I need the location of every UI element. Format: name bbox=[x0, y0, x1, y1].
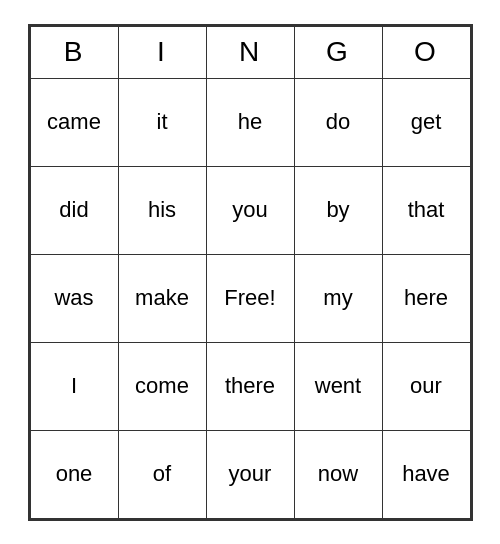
table-cell: now bbox=[294, 430, 382, 518]
table-cell: come bbox=[118, 342, 206, 430]
table-cell: do bbox=[294, 78, 382, 166]
table-cell: there bbox=[206, 342, 294, 430]
header-row: BINGO bbox=[30, 26, 470, 78]
header-cell-n: N bbox=[206, 26, 294, 78]
table-cell: here bbox=[382, 254, 470, 342]
table-cell: by bbox=[294, 166, 382, 254]
table-cell: was bbox=[30, 254, 118, 342]
header-cell-o: O bbox=[382, 26, 470, 78]
table-cell: I bbox=[30, 342, 118, 430]
table-row: didhisyoubythat bbox=[30, 166, 470, 254]
table-cell: our bbox=[382, 342, 470, 430]
table-cell: he bbox=[206, 78, 294, 166]
bingo-table: BINGO cameithedogetdidhisyoubythatwasmak… bbox=[30, 26, 471, 519]
table-cell: of bbox=[118, 430, 206, 518]
header-cell-i: I bbox=[118, 26, 206, 78]
bingo-card: BINGO cameithedogetdidhisyoubythatwasmak… bbox=[28, 24, 473, 521]
table-row: cameithedoget bbox=[30, 78, 470, 166]
table-cell: my bbox=[294, 254, 382, 342]
table-cell: get bbox=[382, 78, 470, 166]
table-cell: it bbox=[118, 78, 206, 166]
table-cell: Free! bbox=[206, 254, 294, 342]
table-row: Icometherewentour bbox=[30, 342, 470, 430]
table-cell: make bbox=[118, 254, 206, 342]
table-cell: one bbox=[30, 430, 118, 518]
table-cell: that bbox=[382, 166, 470, 254]
header-cell-g: G bbox=[294, 26, 382, 78]
table-cell: your bbox=[206, 430, 294, 518]
table-cell: did bbox=[30, 166, 118, 254]
table-cell: went bbox=[294, 342, 382, 430]
table-cell: you bbox=[206, 166, 294, 254]
table-row: oneofyournowhave bbox=[30, 430, 470, 518]
table-cell: have bbox=[382, 430, 470, 518]
table-cell: his bbox=[118, 166, 206, 254]
table-cell: came bbox=[30, 78, 118, 166]
table-row: wasmakeFree!myhere bbox=[30, 254, 470, 342]
header-cell-b: B bbox=[30, 26, 118, 78]
